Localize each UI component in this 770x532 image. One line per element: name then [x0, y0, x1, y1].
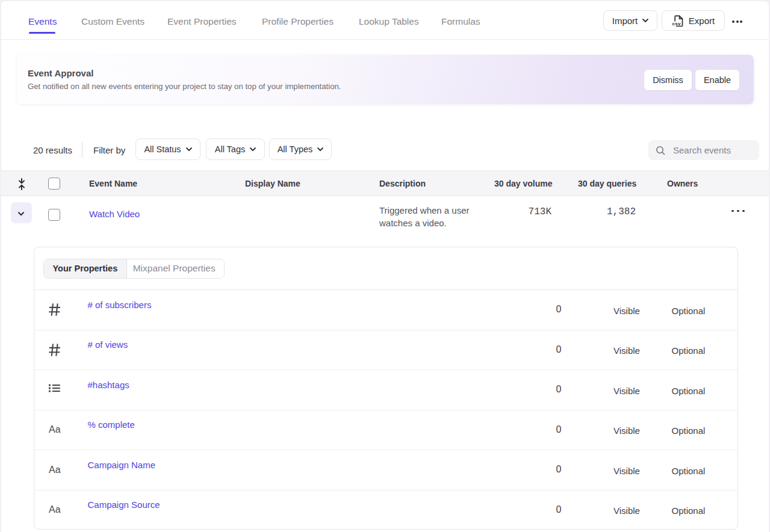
svg-text:csv: csv: [672, 20, 680, 26]
